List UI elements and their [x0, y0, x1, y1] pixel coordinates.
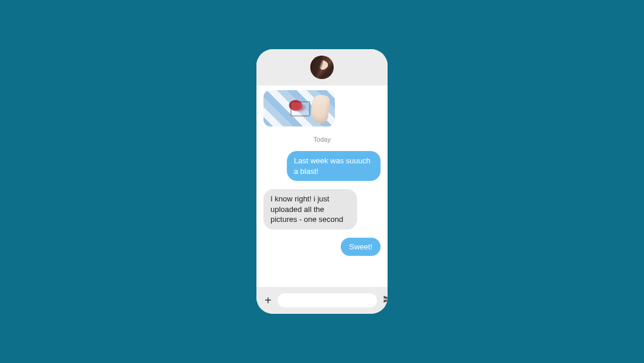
- message-bubble-sent[interactable]: Sweet!: [341, 238, 381, 256]
- message-text: I know right! i just uploaded all the pi…: [270, 194, 343, 224]
- image-message[interactable]: [263, 90, 335, 126]
- message-bubble-received[interactable]: I know right! i just uploaded all the pi…: [263, 189, 357, 230]
- paper-plane-icon: [383, 294, 388, 306]
- date-divider: Today: [263, 136, 381, 143]
- phone-mockup: Today Last week was suuuch a blast! I kn…: [256, 49, 388, 314]
- message-list[interactable]: Today Last week was suuuch a blast! I kn…: [256, 85, 388, 287]
- plus-icon[interactable]: +: [265, 294, 272, 306]
- message-input[interactable]: [278, 293, 377, 307]
- message-bubble-sent[interactable]: Last week was suuuch a blast!: [287, 151, 381, 181]
- chat-header: [256, 49, 388, 85]
- contact-avatar[interactable]: [310, 56, 334, 79]
- send-button[interactable]: [383, 295, 388, 306]
- composer-bar: +: [256, 287, 388, 314]
- message-text: Sweet!: [349, 242, 372, 251]
- message-text: Last week was suuuch a blast!: [294, 156, 371, 176]
